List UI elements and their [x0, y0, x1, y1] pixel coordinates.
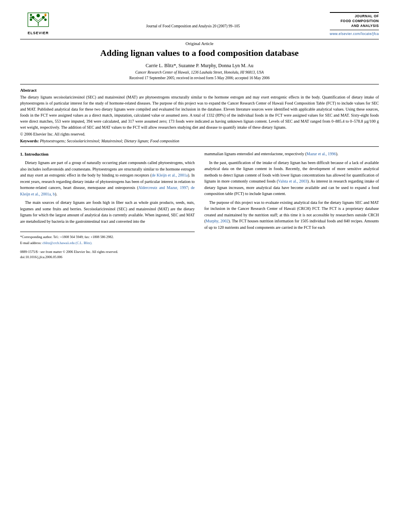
ref-murphy[interactable]: Murphy, 2002 — [206, 219, 228, 223]
keywords-text: Phytoestrogens; Secoisolariciresinol; Ma… — [40, 139, 179, 143]
ref-mazur[interactable]: Mazur et al., 1996 — [306, 152, 336, 156]
authors: Carrie L. Blitz*, Suzanne P. Murphy, Don… — [20, 63, 379, 69]
affiliation: Cancer Research Center of Hawaii, 1236 L… — [20, 70, 379, 74]
svg-point-10 — [44, 18, 47, 21]
journal-right-line2: FOOD COMPOSITION — [330, 19, 379, 24]
header-divider — [20, 39, 379, 39]
section1-heading: 1. Introduction — [20, 151, 195, 158]
ref-dekleijn-2001a[interactable]: de Kleijn et al., 2001a — [152, 173, 188, 177]
journal-box-right: JOURNAL OF FOOD COMPOSITION AND ANALYSIS… — [330, 12, 379, 37]
keywords-label: Keywords: — [20, 139, 39, 143]
section1-para1: Dietary lignans are part of a group of n… — [20, 160, 195, 197]
article-type: Original Article — [20, 41, 379, 46]
svg-point-12 — [45, 15, 46, 16]
footer-section: *Corresponding author. Tel.: +1808 564 5… — [20, 232, 195, 260]
footer-email-line: E-mail address: cblitz@crch.hawaii.edu (… — [20, 240, 195, 246]
ref-valsta[interactable]: Valsta et al., 2003 — [278, 179, 307, 183]
svg-line-4 — [34, 17, 38, 21]
copyright: © 2006 Elsevier Inc. All rights reserved… — [20, 132, 379, 136]
keywords-line: Keywords: Phytoestrogens; Secoisolaricir… — [20, 139, 379, 143]
journal-right-line1: JOURNAL OF — [330, 14, 379, 19]
abstract-title: Abstract — [20, 88, 379, 92]
section1-right-para1: mammalian lignans enterodiol and enterol… — [204, 151, 379, 157]
col-right: mammalian lignans enterodiol and enterol… — [204, 151, 379, 260]
journal-right-line3: AND ANALYSIS — [330, 24, 379, 29]
body-divider — [20, 146, 379, 147]
svg-point-8 — [42, 16, 45, 19]
svg-line-5 — [38, 17, 43, 21]
footer-corresponding-label: *Corresponding author. — [20, 235, 52, 239]
elsevier-text: ELSEVIER — [28, 31, 49, 35]
footer-email-label: E-mail address: — [20, 241, 41, 245]
svg-point-6 — [37, 14, 40, 18]
received-info: Received 17 September 2005; received in … — [20, 76, 379, 80]
journal-info-center: Journal of Food Composition and Analysis… — [56, 12, 330, 28]
footer-email-link[interactable]: cblitz@crch.hawaii.edu (C.L. Blitz). — [42, 241, 92, 245]
footer-issn: 0889-1575/$ - see front matter © 2006 El… — [20, 249, 195, 260]
col-left: 1. Introduction Dietary lignans are part… — [20, 151, 195, 260]
section1-right-para3: The purpose of this project was to evalu… — [204, 199, 379, 231]
abstract-section: Abstract The dietary lignans secoisolari… — [20, 88, 379, 143]
section1-para2: The main sources of dietary lignans are … — [20, 199, 195, 224]
svg-point-7 — [32, 16, 35, 19]
abstract-text: The dietary lignans secoisolariciresinol… — [20, 94, 379, 130]
abstract-divider-top — [20, 84, 379, 84]
ref-aldercreutz[interactable]: Aldercreutz and Mazur, 1997 — [138, 185, 188, 190]
article-title: Adding lignan values to a food compositi… — [20, 47, 379, 59]
journal-url-link[interactable]: www.elsevier.com/locate/jfca — [330, 32, 379, 36]
elsevier-logo: ELSEVIER — [20, 12, 56, 35]
footer-tel: Tel.: +1808 564 5949; fax: +1808 586 298… — [53, 235, 114, 239]
body-two-col: 1. Introduction Dietary lignans are part… — [20, 151, 379, 260]
svg-point-13 — [30, 14, 32, 16]
section1-right-para2: In the past, quantification of the intak… — [204, 160, 379, 197]
footer-issn-text: 0889-1575/$ - see front matter © 2006 El… — [20, 249, 195, 255]
journal-citation: Journal of Food Composition and Analysis… — [146, 24, 240, 28]
footer-corresponding: *Corresponding author. Tel.: +1808 564 5… — [20, 234, 195, 240]
footer-doi: doi:10.1016/j.jfca.2006.05.006 — [20, 255, 195, 260]
